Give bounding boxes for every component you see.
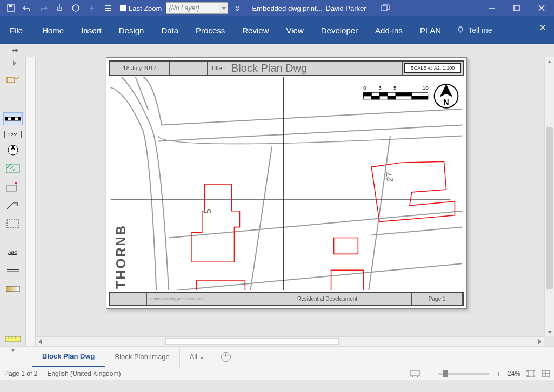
scroll-down-icon[interactable] — [545, 328, 554, 336]
shapes-panel: 1:200 ABC — [0, 57, 26, 346]
zoom-value[interactable]: 24% — [508, 370, 520, 377]
svg-rect-47 — [411, 370, 419, 376]
layer-selector[interactable]: {No Layer} — [166, 2, 228, 14]
touch-mode-icon[interactable] — [52, 1, 67, 15]
tab-process[interactable]: Process — [187, 16, 233, 44]
macro-record-icon[interactable] — [135, 370, 143, 377]
status-bar: Page 1 of 2 English (United Kingdom) − +… — [0, 367, 554, 380]
fit-page-icon[interactable] — [526, 370, 536, 377]
titleblock-top: 18 July 2017 Title : Block Plan Dwg SCAL… — [109, 60, 464, 76]
stencil-hatch[interactable] — [3, 162, 23, 175]
status-language[interactable]: English (United Kingdom) — [47, 370, 121, 377]
maximize-button[interactable] — [504, 0, 529, 16]
house-27-label: 27 — [384, 171, 395, 183]
svg-point-2 — [72, 5, 79, 11]
tab-home[interactable]: Home — [34, 16, 72, 44]
page-tab-block-plan-dwg[interactable]: Block Plan Dwg — [32, 347, 105, 367]
svg-rect-32 — [5, 336, 21, 342]
layer-value: {No Layer} — [169, 4, 199, 12]
tb-bottom-1 — [110, 293, 147, 305]
scroll-h-thumb[interactable] — [165, 338, 339, 345]
user-name: David Parker — [326, 4, 366, 12]
document-title: Embedded dwg print... — [252, 4, 322, 12]
drawing-page[interactable]: 18 July 2017 Title : Block Plan Dwg SCAL… — [106, 57, 467, 309]
last-zoom-toggle[interactable]: Last Zoom — [120, 4, 162, 12]
stencil-selection[interactable] — [3, 217, 23, 230]
tab-addins[interactable]: Add-ins — [366, 16, 411, 44]
zoom-out-button[interactable]: − — [425, 369, 433, 378]
page-tab-all[interactable]: All — [180, 347, 213, 367]
stencil-north-arrow[interactable] — [3, 144, 23, 157]
stencil-abc-label[interactable]: ABC — [3, 246, 23, 259]
svg-rect-50 — [528, 371, 533, 376]
tb-page: Page 1 — [412, 293, 463, 305]
zoom-in-button[interactable]: + — [495, 369, 502, 378]
svg-rect-18 — [11, 117, 15, 120]
tab-file[interactable]: File — [5, 16, 34, 44]
stencil-pin-icon[interactable] — [3, 72, 23, 85]
scalebar-5: 5 — [393, 85, 397, 91]
scroll-up-icon[interactable] — [545, 57, 554, 66]
stencil-ruler[interactable] — [5, 334, 21, 344]
scroll-v-thumb[interactable] — [546, 127, 553, 289]
close-button[interactable] — [529, 0, 554, 16]
svg-rect-15 — [7, 77, 15, 83]
svg-rect-43 — [396, 93, 412, 96]
svg-rect-39 — [363, 93, 371, 96]
drawing-canvas[interactable]: 18 July 2017 Title : Block Plan Dwg SCAL… — [36, 57, 554, 346]
window-mode-icon[interactable] — [377, 0, 393, 16]
qat-more-icon[interactable] — [232, 1, 242, 15]
titleblock-title: Block Plan Dwg — [229, 62, 403, 75]
horizontal-scrollbar[interactable] — [36, 336, 544, 346]
ribbon-tabs: File Home Insert Design Data Process Rev… — [0, 16, 554, 44]
tab-view[interactable]: View — [277, 16, 312, 44]
pin-icon — [84, 1, 99, 15]
stencil-gradient[interactable] — [3, 282, 23, 295]
stencil-line[interactable] — [3, 264, 23, 277]
add-page-button[interactable]: + — [221, 352, 231, 362]
quick-access-toolbar: Last Zoom {No Layer} — [0, 1, 242, 15]
tb-project: Residential Development — [243, 293, 412, 305]
tell-me-search[interactable]: Tell me — [456, 26, 492, 35]
scroll-right-icon[interactable] — [536, 337, 544, 346]
svg-rect-19 — [18, 117, 21, 120]
stencil-tag[interactable] — [3, 180, 23, 193]
ruler-vertical — [26, 57, 36, 346]
close-tab-icon[interactable] — [539, 24, 546, 33]
tab-data[interactable]: Data — [152, 16, 187, 44]
titleblock-bottom: EmbeddedDwg print issue.vsdx Residential… — [109, 292, 464, 306]
tab-plan[interactable]: PLAN — [411, 16, 450, 44]
fullscreen-icon[interactable] — [541, 370, 551, 377]
scroll-left-icon[interactable] — [36, 337, 44, 346]
tab-developer[interactable]: Developer — [312, 16, 366, 44]
stack-icon[interactable] — [101, 1, 116, 15]
titleblock-spacer — [170, 62, 208, 75]
presentation-mode-icon[interactable] — [410, 370, 420, 377]
undo-icon[interactable] — [19, 1, 35, 15]
minimize-button[interactable] — [479, 0, 504, 16]
stencil-scalebar[interactable] — [3, 112, 23, 125]
collapse-shapes-icon[interactable] — [13, 58, 16, 68]
stencil-scale-text[interactable]: 1:200 — [4, 131, 22, 138]
stencil-dimension[interactable] — [3, 199, 23, 212]
save-icon[interactable] — [3, 1, 18, 15]
dropdown-icon[interactable] — [219, 3, 228, 13]
tb-filename: EmbeddedDwg print issue.vsdx — [147, 293, 243, 305]
split-handle-icon[interactable]: ⇹ — [12, 46, 18, 55]
svg-rect-28 — [7, 219, 19, 228]
page-tab-block-plan-image[interactable]: Block Plan Image — [105, 347, 180, 367]
tab-insert[interactable]: Insert — [72, 16, 110, 44]
titleblock-title-label: Title : — [208, 62, 229, 75]
checkbox-icon — [120, 5, 126, 11]
tab-design[interactable]: Design — [110, 16, 153, 44]
titleblock-date: 18 July 2017 — [110, 62, 170, 75]
zoom-slider[interactable] — [438, 373, 489, 375]
svg-rect-8 — [514, 5, 519, 11]
tab-review[interactable]: Review — [233, 16, 277, 44]
ruler-horizontal: ⇹ — [0, 44, 554, 57]
work-area: 1:200 ABC — [0, 57, 554, 346]
vertical-scrollbar[interactable] — [544, 57, 554, 336]
circle-tool-icon[interactable] — [68, 1, 83, 15]
status-page[interactable]: Page 1 of 2 — [4, 370, 37, 377]
svg-text:N: N — [444, 98, 449, 106]
